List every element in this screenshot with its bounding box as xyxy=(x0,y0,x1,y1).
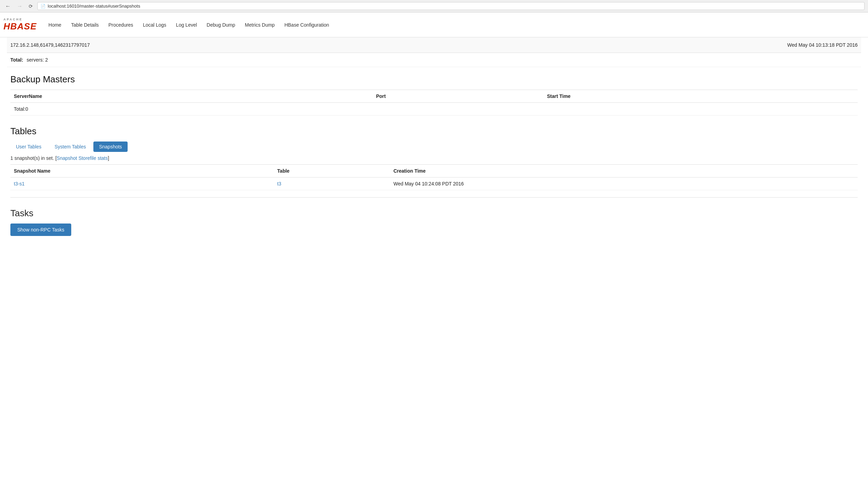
backup-masters-section: Backup Masters ServerName Port Start Tim… xyxy=(7,67,861,119)
tables-section: Tables User Tables System Tables Snapsho… xyxy=(7,119,861,194)
snapshot-name-cell: t3-s1 xyxy=(10,177,274,190)
snapshot-storefile-stats-link[interactable]: Snapshot Storefile stats xyxy=(57,155,108,161)
col-snapshot-name: Snapshot Name xyxy=(10,165,274,177)
back-button[interactable]: ← xyxy=(3,2,12,10)
address-bar: 📄 localhost:16010/master-status#userSnap… xyxy=(37,2,865,10)
col-server-name: ServerName xyxy=(10,90,372,103)
snapshot-creation-time-cell: Wed May 04 10:24:08 PDT 2016 xyxy=(390,177,858,190)
nav-link-local-logs[interactable]: Local Logs xyxy=(138,19,171,30)
col-start-time: Start Time xyxy=(544,90,858,103)
col-port: Port xyxy=(372,90,543,103)
snapshots-table: Snapshot Name Table Creation Time t3-s1t… xyxy=(10,164,858,190)
tasks-section: Tasks Show non-RPC Tasks xyxy=(7,201,861,239)
browser-chrome: ← → ⟳ 📄 localhost:16010/master-status#us… xyxy=(0,0,868,12)
nav-link-home[interactable]: Home xyxy=(44,19,66,30)
logo: APACHE HBASE xyxy=(3,18,37,32)
logo-apache: APACHE xyxy=(3,18,37,21)
total-value: servers: 2 xyxy=(27,57,48,63)
timestamp: Wed May 04 10:13:18 PDT 2016 xyxy=(787,42,858,48)
tables-title: Tables xyxy=(10,126,858,137)
total-label: Total: xyxy=(10,57,23,63)
nav-link-hbase-configuration[interactable]: HBase Configuration xyxy=(279,19,334,30)
tasks-title: Tasks xyxy=(10,208,858,219)
nav-link-log-level[interactable]: Log Level xyxy=(171,19,202,30)
tab-snapshots[interactable]: Snapshots xyxy=(93,142,127,152)
top-nav: APACHE HBASE HomeTable DetailsProcedures… xyxy=(0,12,868,37)
backup-masters-table: ServerName Port Start Time Total:0 xyxy=(10,90,858,116)
tab-system-tables[interactable]: System Tables xyxy=(49,142,92,152)
info-bar: 172.16.2.148,61479,1462317797017 Wed May… xyxy=(7,37,861,53)
refresh-button[interactable]: ⟳ xyxy=(27,3,35,10)
nav-link-table-details[interactable]: Table Details xyxy=(66,19,103,30)
snapshot-info: 1 snapshot(s) in set. [Snapshot Storefil… xyxy=(10,155,858,161)
col-creation-time: Creation Time xyxy=(390,165,858,177)
forward-button[interactable]: → xyxy=(15,2,24,10)
backup-masters-title: Backup Masters xyxy=(10,74,858,85)
nav-link-metrics-dump[interactable]: Metrics Dump xyxy=(240,19,279,30)
show-non-rpc-tasks-button[interactable]: Show non-RPC Tasks xyxy=(10,224,71,236)
col-table: Table xyxy=(274,165,390,177)
snapshot-count-text: 1 snapshot(s) in set. xyxy=(10,155,54,161)
total-row: Total: servers: 2 xyxy=(7,53,861,67)
nav-link-debug-dump[interactable]: Debug Dump xyxy=(202,19,240,30)
logo-hbase: HBASE xyxy=(3,21,37,32)
backup-masters-total: Total:0 xyxy=(10,103,858,116)
snapshot-name-link[interactable]: t3-s1 xyxy=(14,181,25,186)
url-text: localhost:16010/master-status#userSnapsh… xyxy=(48,3,140,9)
table-row: t3-s1t3Wed May 04 10:24:08 PDT 2016 xyxy=(10,177,858,190)
page-icon: 📄 xyxy=(40,4,46,9)
server-id: 172.16.2.148,61479,1462317797017 xyxy=(10,42,90,48)
tab-user-tables[interactable]: User Tables xyxy=(10,142,47,152)
snapshot-table-link[interactable]: t3 xyxy=(277,181,281,186)
main-content: 172.16.2.148,61479,1462317797017 Wed May… xyxy=(0,37,868,239)
snapshot-table-cell: t3 xyxy=(274,177,390,190)
nav-link-procedures[interactable]: Procedures xyxy=(104,19,138,30)
backup-masters-total-row: Total:0 xyxy=(10,103,858,116)
main-nav: HomeTable DetailsProceduresLocal LogsLog… xyxy=(44,19,334,30)
tab-buttons: User Tables System Tables Snapshots xyxy=(10,142,858,152)
